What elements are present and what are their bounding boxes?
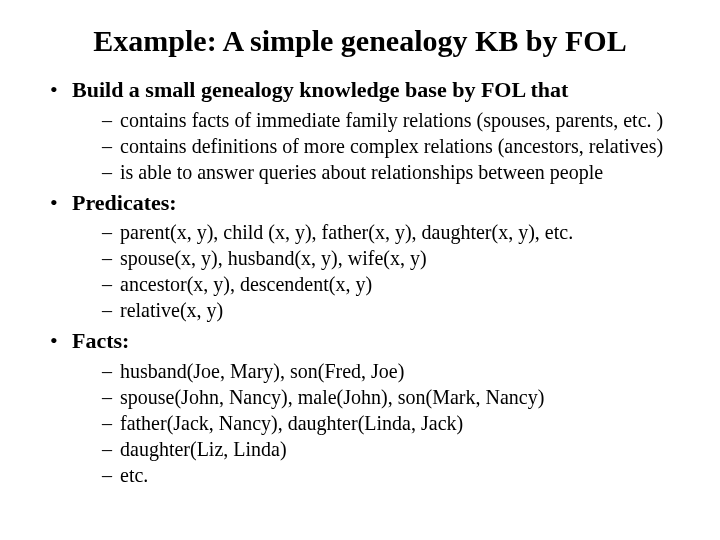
- sub-bullet-item: husband(Joe, Mary), son(Fred, Joe): [102, 358, 700, 384]
- bullet-item: Facts: husband(Joe, Mary), son(Fred, Joe…: [50, 327, 700, 488]
- bullet-head: Predicates:: [72, 190, 177, 215]
- sub-bullet-item: daughter(Liz, Linda): [102, 436, 700, 462]
- slide: Example: A simple genealogy KB by FOL Bu…: [0, 0, 720, 540]
- sub-bullet-item: father(Jack, Nancy), daughter(Linda, Jac…: [102, 410, 700, 436]
- sub-bullet-item: etc.: [102, 462, 700, 488]
- sub-bullet-item: relative(x, y): [102, 297, 700, 323]
- bullet-item: Predicates: parent(x, y), child (x, y), …: [50, 189, 700, 324]
- sub-bullet-item: ancestor(x, y), descendent(x, y): [102, 271, 700, 297]
- sub-bullet-item: is able to answer queries about relation…: [102, 159, 700, 185]
- bullet-head: Facts:: [72, 328, 129, 353]
- slide-title: Example: A simple genealogy KB by FOL: [20, 24, 700, 58]
- bullet-list: Build a small genealogy knowledge base b…: [20, 76, 700, 488]
- sub-bullet-item: contains facts of immediate family relat…: [102, 107, 700, 133]
- sub-bullet-list: parent(x, y), child (x, y), father(x, y)…: [72, 219, 700, 323]
- bullet-item: Build a small genealogy knowledge base b…: [50, 76, 700, 185]
- sub-bullet-item: spouse(John, Nancy), male(John), son(Mar…: [102, 384, 700, 410]
- sub-bullet-list: husband(Joe, Mary), son(Fred, Joe) spous…: [72, 358, 700, 488]
- sub-bullet-item: parent(x, y), child (x, y), father(x, y)…: [102, 219, 700, 245]
- sub-bullet-list: contains facts of immediate family relat…: [72, 107, 700, 185]
- bullet-head: Build a small genealogy knowledge base b…: [72, 77, 568, 102]
- sub-bullet-item: spouse(x, y), husband(x, y), wife(x, y): [102, 245, 700, 271]
- sub-bullet-item: contains definitions of more complex rel…: [102, 133, 700, 159]
